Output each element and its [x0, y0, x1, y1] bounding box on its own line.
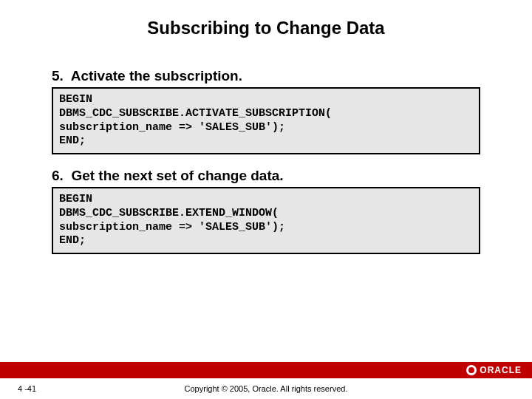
slide-title: Subscribing to Change Data [0, 0, 532, 68]
footer-red-bar: ORACLE [0, 362, 532, 378]
step-heading-5: 5. Activate the subscription. [52, 68, 480, 84]
code-block-5: BEGIN DBMS_CDC_SUBSCRIBE.ACTIVATE_SUBSCR… [52, 87, 480, 154]
oracle-logo-text: ORACLE [480, 365, 522, 375]
step-heading-6: 6. Get the next set of change data. [52, 168, 480, 184]
oracle-logo: ORACLE [466, 365, 522, 375]
step-label: Get the next set of change data. [71, 168, 283, 183]
step-number: 6. [52, 168, 64, 183]
step-number: 5. [52, 68, 64, 83]
slide-content: 5. Activate the subscription. BEGIN DBMS… [0, 68, 532, 254]
copyright-text: Copyright © 2005, Oracle. All rights res… [0, 384, 532, 393]
footer-bottom: 4 -41 Copyright © 2005, Oracle. All righ… [0, 378, 532, 399]
oracle-o-icon [466, 365, 477, 375]
code-block-6: BEGIN DBMS_CDC_SUBSCRIBE.EXTEND_WINDOW( … [52, 187, 480, 254]
page-number: 4 -41 [18, 384, 36, 393]
step-label: Activate the subscription. [71, 68, 242, 83]
